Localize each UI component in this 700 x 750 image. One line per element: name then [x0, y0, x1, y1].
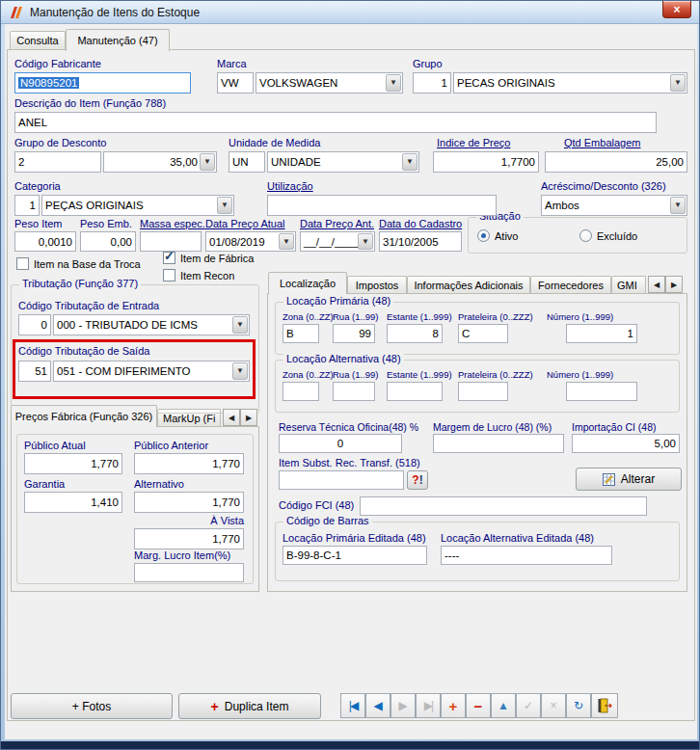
radio-excluido[interactable]: Excluído: [579, 229, 637, 242]
tributacao-entrada-combo[interactable]: 000 - TRIBUTADO DE ICMS▼: [53, 314, 250, 335]
unidade-medida-combo[interactable]: UNIDADE▼: [267, 151, 419, 173]
data-cadastro-label[interactable]: Data do Cadastro: [379, 218, 462, 229]
grupo-desconto-combo[interactable]: 35,00▼: [103, 151, 217, 173]
garantia-input[interactable]: 1,410: [24, 492, 122, 513]
exit-button[interactable]: [591, 693, 618, 718]
grupo-desconto-code-input[interactable]: 2: [14, 151, 101, 173]
nav-refresh-button[interactable]: ↻: [566, 693, 591, 718]
dropdown-arrow-icon[interactable]: ▼: [358, 233, 373, 250]
checkbox-item-fabrica-control[interactable]: ✓: [163, 252, 175, 264]
qtd-embalagem-label[interactable]: Qtd Embalagem: [564, 137, 640, 148]
nav-edit-button[interactable]: ▲: [491, 693, 516, 718]
categoria-combo[interactable]: PEÇAS ORIGINAIS▼: [41, 195, 234, 216]
descricao-item-input[interactable]: ANEL: [14, 112, 657, 133]
dropdown-arrow-icon[interactable]: ▼: [217, 197, 232, 214]
indice-preco-input[interactable]: 1,7700: [433, 151, 539, 173]
checkbox-item-base-troca[interactable]: Item na Base da Troca: [16, 257, 141, 270]
codigo-fci-input[interactable]: [360, 496, 647, 516]
marca-code-input[interactable]: VW: [217, 72, 254, 94]
tributacao-saida-combo[interactable]: 051 - COM DIFERIMENTO▼: [53, 361, 250, 382]
publico-atual-input[interactable]: 1,770: [24, 453, 122, 474]
data-preco-ant-label[interactable]: Data Preço Ant.: [300, 218, 374, 229]
importacao-ci-input[interactable]: 5,00: [572, 434, 680, 453]
dropdown-arrow-icon[interactable]: ▼: [232, 316, 248, 334]
a-vista-input[interactable]: 1,770: [134, 528, 244, 549]
reserva-tecnica-input[interactable]: 0: [279, 434, 402, 453]
massa-espec-label[interactable]: Massa espec.: [140, 218, 205, 229]
item-subst-input[interactable]: [279, 470, 404, 490]
checkbox-item-recon-control[interactable]: [163, 269, 175, 281]
dropdown-arrow-icon[interactable]: ▼: [279, 233, 294, 250]
utilizacao-input[interactable]: [267, 195, 497, 216]
categoria-code-input[interactable]: 1: [14, 195, 40, 216]
tab-gmi[interactable]: GMI: [611, 276, 646, 293]
scroll-right-icon[interactable]: ▶: [665, 276, 683, 293]
qtd-embalagem-input[interactable]: 25,00: [545, 151, 687, 173]
item-subst-search-button[interactable]: ?!: [407, 470, 428, 490]
tab-impostos[interactable]: Impostos: [347, 276, 407, 293]
marca-combo[interactable]: VOLKSWAGEN▼: [256, 72, 403, 94]
codigo-fabricante-input[interactable]: N90895201: [14, 72, 191, 94]
indice-preco-label[interactable]: Indice de Preço: [437, 137, 510, 148]
scroll-right-icon[interactable]: ▶: [240, 409, 257, 426]
checkbox-item-fabrica[interactable]: ✓ Item de Fábrica: [163, 252, 254, 264]
alternativa-numero-input[interactable]: [566, 382, 637, 401]
dropdown-arrow-icon[interactable]: ▼: [386, 74, 401, 92]
margem-lucro-input[interactable]: [433, 434, 564, 453]
nav-first-button[interactable]: |◀: [340, 693, 365, 718]
nav-delete-button[interactable]: −: [466, 693, 491, 718]
primaria-prateleira-input[interactable]: C: [458, 324, 508, 343]
radio-excluido-control[interactable]: [579, 229, 592, 242]
peso-emb-input[interactable]: 0,00: [80, 231, 136, 252]
primaria-rua-input[interactable]: 99: [333, 324, 375, 343]
fotos-button[interactable]: + Fotos: [11, 693, 173, 719]
marg-lucro-input[interactable]: [134, 563, 244, 582]
dropdown-arrow-icon[interactable]: ▼: [232, 362, 248, 380]
duplica-item-button[interactable]: + Duplica Item: [178, 693, 321, 719]
nav-prior-button[interactable]: ◀: [365, 693, 390, 718]
publico-anterior-input[interactable]: 1,770: [134, 453, 244, 474]
primaria-estante-input[interactable]: 8: [387, 324, 443, 343]
alternativa-prateleira-input[interactable]: [458, 382, 508, 401]
checkbox-item-base-troca-control[interactable]: [16, 257, 29, 270]
unidade-medida-code-input[interactable]: UN: [229, 151, 265, 173]
data-preco-atual-label[interactable]: Data Preço Atual: [205, 218, 285, 229]
dropdown-arrow-icon[interactable]: ▼: [670, 74, 686, 92]
nav-next-button[interactable]: ▶: [390, 693, 416, 718]
alterar-button[interactable]: Alterar: [576, 468, 682, 491]
data-preco-ant-picker[interactable]: __/__/____▼: [300, 231, 375, 252]
data-cadastro-input[interactable]: 31/10/2005: [379, 231, 462, 252]
nav-post-button[interactable]: ✓: [516, 693, 541, 718]
tab-precos-fabrica[interactable]: Preços Fábrica (Função 326): [11, 405, 157, 427]
tab-localizacao[interactable]: Localização: [268, 272, 347, 294]
alternativo-input[interactable]: 1,770: [134, 492, 244, 513]
scroll-left-icon[interactable]: ◀: [223, 409, 240, 426]
dropdown-arrow-icon[interactable]: ▼: [402, 153, 417, 171]
primaria-zona-input[interactable]: B: [283, 324, 319, 343]
alternativa-zona-input[interactable]: [283, 382, 319, 401]
grupo-combo[interactable]: PECAS ORIGINAIS▼: [453, 72, 687, 94]
dropdown-arrow-icon[interactable]: ▼: [200, 153, 215, 171]
primaria-numero-input[interactable]: 1: [566, 324, 637, 343]
grupo-code-input[interactable]: 1: [413, 72, 451, 94]
locacao-alternativa-editada-input[interactable]: ----: [441, 546, 612, 565]
close-button[interactable]: ×: [662, 1, 691, 18]
tab-fornecedores[interactable]: Fornecedores: [530, 276, 611, 293]
tab-manutencao[interactable]: Manutenção (47): [66, 29, 170, 51]
data-preco-atual-picker[interactable]: 01/08/2019▼: [205, 231, 296, 252]
tributacao-entrada-code-input[interactable]: 0: [18, 314, 51, 335]
scroll-left-icon[interactable]: ◀: [648, 276, 665, 293]
locacao-primaria-editada-input[interactable]: B-99-8-C-1: [283, 546, 427, 565]
tab-informacoes-adicionais[interactable]: Informações Adicionais: [407, 276, 530, 293]
peso-item-input[interactable]: 0,0010: [14, 231, 76, 252]
tributacao-saida-code-input[interactable]: 51: [18, 361, 51, 382]
dropdown-arrow-icon[interactable]: ▼: [670, 197, 686, 214]
utilizacao-label[interactable]: Utilização: [267, 180, 313, 192]
radio-ativo-control[interactable]: [477, 229, 490, 242]
nav-insert-button[interactable]: +: [441, 693, 466, 718]
alternativa-rua-input[interactable]: [333, 382, 375, 401]
alternativa-estante-input[interactable]: [387, 382, 443, 401]
nav-last-button[interactable]: ▶|: [416, 693, 441, 718]
acrescimo-desconto-combo[interactable]: Ambos▼: [541, 195, 687, 216]
tab-consulta[interactable]: Consulta: [10, 31, 66, 49]
